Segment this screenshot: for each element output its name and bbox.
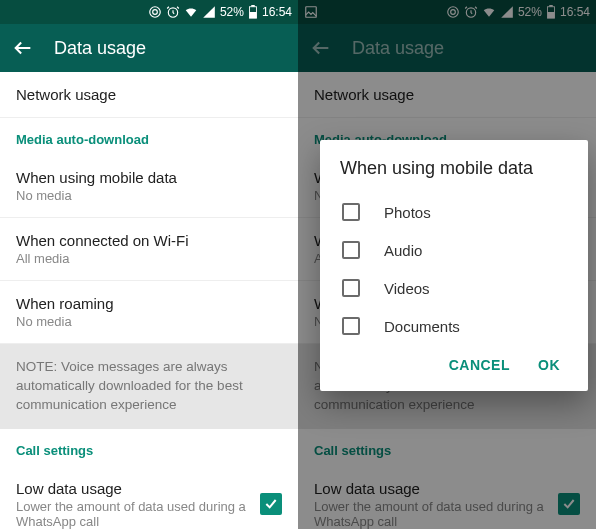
option-label: Photos (384, 204, 431, 221)
settings-list: Network usage Media auto-download When u… (0, 72, 298, 529)
low-data-title: Low data usage (16, 480, 250, 497)
option-photos[interactable]: Photos (340, 193, 568, 231)
option-videos[interactable]: Videos (340, 269, 568, 307)
network-usage-label: Network usage (16, 86, 282, 103)
option-label: Videos (384, 280, 430, 297)
wifi-item[interactable]: When connected on Wi-Fi All media (0, 218, 298, 281)
mobile-data-item[interactable]: When using mobile data No media (0, 155, 298, 218)
back-icon[interactable] (12, 37, 34, 59)
screen-left: 52% 16:54 Data usage Network usage Media… (0, 0, 298, 529)
option-label: Documents (384, 318, 460, 335)
cast-icon (148, 5, 162, 19)
checkbox-icon (342, 279, 360, 297)
alarm-icon (166, 5, 180, 19)
status-bar: 52% 16:54 (0, 0, 298, 24)
app-bar: Data usage (0, 24, 298, 72)
cancel-button[interactable]: CANCEL (449, 357, 510, 373)
battery-icon (248, 5, 258, 19)
low-data-checkbox[interactable] (260, 493, 282, 515)
checkbox-icon (342, 203, 360, 221)
roaming-title: When roaming (16, 295, 282, 312)
low-data-sub: Lower the amount of data used during a W… (16, 499, 250, 529)
section-media-autodownload: Media auto-download (0, 118, 298, 155)
mobile-data-dialog: When using mobile data Photos Audio Vide… (320, 140, 588, 391)
check-icon (263, 496, 279, 512)
roaming-sub: No media (16, 314, 282, 329)
battery-text: 52% (220, 5, 244, 19)
network-usage-item[interactable]: Network usage (0, 72, 298, 118)
mobile-data-title: When using mobile data (16, 169, 282, 186)
mobile-data-sub: No media (16, 188, 282, 203)
clock-text: 16:54 (262, 5, 292, 19)
dialog-actions: CANCEL OK (340, 345, 568, 385)
wifi-title: When connected on Wi-Fi (16, 232, 282, 249)
checkbox-icon (342, 241, 360, 259)
wifi-icon (184, 5, 198, 19)
screen-right: 52% 16:54 Data usage Network usage Media… (298, 0, 596, 529)
option-label: Audio (384, 242, 422, 259)
svg-point-0 (150, 7, 161, 18)
wifi-sub: All media (16, 251, 282, 266)
option-audio[interactable]: Audio (340, 231, 568, 269)
checkbox-icon (342, 317, 360, 335)
svg-point-1 (153, 10, 158, 15)
svg-rect-4 (251, 5, 255, 7)
ok-button[interactable]: OK (538, 357, 560, 373)
voice-note: NOTE: Voice messages are always automati… (0, 344, 298, 429)
roaming-item[interactable]: When roaming No media (0, 281, 298, 344)
low-data-item[interactable]: Low data usage Lower the amount of data … (0, 466, 298, 529)
dialog-title: When using mobile data (340, 158, 568, 179)
svg-rect-5 (249, 12, 256, 18)
section-call-settings: Call settings (0, 429, 298, 466)
page-title: Data usage (54, 38, 146, 59)
signal-icon (202, 5, 216, 19)
option-documents[interactable]: Documents (340, 307, 568, 345)
